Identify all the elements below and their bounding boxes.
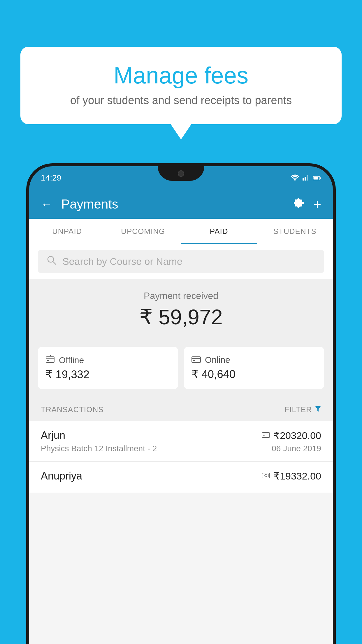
wifi-icon	[291, 174, 299, 183]
transaction-top: Anupriya ₹19332.00	[41, 470, 321, 482]
svg-rect-3	[307, 175, 308, 181]
transaction-amount-wrap: ₹19332.00	[262, 470, 321, 482]
transaction-amount: ₹20320.00	[273, 430, 321, 441]
search-placeholder: Search by Course or Name	[62, 256, 182, 267]
offline-label: Offline	[59, 355, 84, 365]
tab-students[interactable]: STUDENTS	[257, 219, 333, 244]
card-payment-icon	[262, 431, 270, 440]
svg-rect-19	[262, 473, 270, 478]
svg-marker-15	[315, 406, 321, 412]
offline-icon	[45, 355, 55, 365]
transaction-name: Anupriya	[41, 470, 82, 482]
offline-amount: ₹ 19,332	[45, 368, 171, 381]
svg-rect-1	[303, 178, 304, 181]
online-label: Online	[205, 355, 230, 365]
online-card-header: Online	[191, 355, 317, 365]
transactions-label: TRANSACTIONS	[41, 405, 104, 414]
search-icon	[47, 255, 57, 268]
payment-received-label: Payment received	[38, 290, 324, 301]
online-amount: ₹ 40,640	[191, 368, 317, 381]
svg-point-0	[294, 179, 296, 181]
online-card: Online ₹ 40,640	[184, 347, 324, 389]
payment-received-section: Payment received ₹ 59,972	[29, 279, 333, 341]
filter-button[interactable]: FILTER	[284, 405, 321, 414]
header-right: +	[293, 196, 321, 212]
add-button[interactable]: +	[313, 196, 321, 212]
app-content: ← Payments + UNPAID	[29, 190, 333, 644]
offline-card: Offline ₹ 19,332	[38, 347, 178, 389]
search-bar[interactable]: Search by Course or Name	[38, 250, 324, 273]
transaction-amount-wrap: ₹20320.00	[262, 430, 321, 441]
phone-mockup: 14:29	[26, 163, 336, 644]
filter-icon	[315, 405, 321, 414]
header-title: Payments	[61, 197, 118, 211]
online-icon	[191, 355, 201, 365]
payment-cards: Offline ₹ 19,332 Online	[29, 341, 333, 398]
table-row[interactable]: Anupriya ₹19332.00	[29, 462, 333, 493]
search-container: Search by Course or Name	[29, 244, 333, 279]
transaction-list: Arjun ₹20320.00	[29, 421, 333, 493]
status-time: 14:29	[41, 173, 61, 183]
svg-point-20	[265, 475, 267, 477]
svg-line-8	[53, 262, 56, 265]
notch	[158, 166, 204, 181]
bubble-subtitle: of your students and send receipts to pa…	[38, 94, 324, 107]
header-left: ← Payments	[41, 197, 118, 211]
tab-bar: UNPAID UPCOMING PAID STUDENTS	[29, 219, 333, 244]
table-row[interactable]: Arjun ₹20320.00	[29, 421, 333, 462]
offline-card-header: Offline	[45, 355, 171, 365]
app-header: ← Payments +	[29, 190, 333, 219]
signal-icon	[303, 174, 310, 183]
transaction-top: Arjun ₹20320.00	[41, 429, 321, 442]
transaction-amount: ₹19332.00	[273, 470, 321, 482]
status-icons	[291, 174, 321, 183]
svg-point-7	[48, 256, 54, 262]
cash-payment-icon	[262, 471, 270, 481]
battery-icon	[313, 174, 321, 183]
svg-rect-16	[262, 433, 270, 438]
tab-paid[interactable]: PAID	[181, 219, 257, 244]
svg-rect-2	[305, 177, 306, 181]
status-bar-area: 14:29	[29, 166, 333, 190]
bubble-title: Manage fees	[38, 63, 324, 88]
settings-icon[interactable]	[293, 197, 305, 211]
transaction-bottom: Physics Batch 12 Installment - 2 06 June…	[41, 444, 321, 453]
phone-inner: 14:29	[29, 166, 333, 644]
camera	[178, 170, 184, 177]
svg-rect-12	[192, 357, 201, 363]
tab-upcoming[interactable]: UPCOMING	[105, 219, 181, 244]
payment-received-amount: ₹ 59,972	[38, 305, 324, 329]
transaction-date: 06 June 2019	[272, 444, 321, 453]
filter-label: FILTER	[284, 405, 312, 414]
svg-rect-5	[320, 177, 321, 179]
transaction-course: Physics Batch 12 Installment - 2	[41, 444, 157, 453]
tab-unpaid[interactable]: UNPAID	[29, 219, 105, 244]
back-button[interactable]: ←	[41, 198, 52, 211]
svg-rect-6	[314, 177, 318, 179]
svg-rect-9	[46, 357, 54, 363]
speech-bubble: Manage fees of your students and send re…	[20, 47, 342, 124]
transactions-header: TRANSACTIONS FILTER	[29, 398, 333, 421]
transaction-name: Arjun	[41, 429, 65, 442]
